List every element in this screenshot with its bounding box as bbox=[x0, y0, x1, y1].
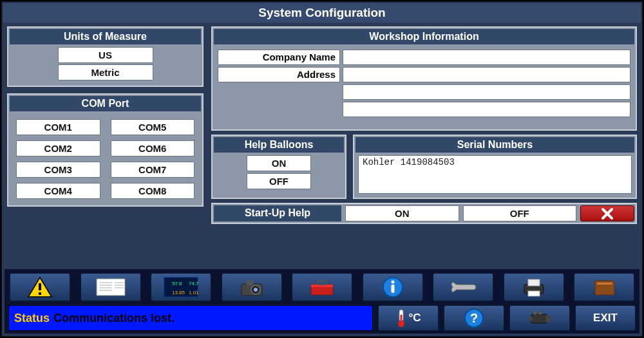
com-port-panel: COM Port COM1 COM5 COM2 COM6 COM3 COM7 C… bbox=[7, 93, 204, 207]
company-name-label: Company Name bbox=[218, 50, 340, 65]
svg-text:?: ? bbox=[470, 311, 478, 325]
warning-icon bbox=[27, 276, 53, 298]
svg-rect-35 bbox=[529, 317, 533, 321]
document-icon bbox=[94, 276, 128, 298]
units-metric-button[interactable]: Metric bbox=[58, 64, 153, 80]
svg-rect-28 bbox=[597, 283, 612, 285]
toolbox-button[interactable] bbox=[292, 273, 352, 301]
toolbox-icon bbox=[308, 278, 336, 296]
wrench-button[interactable] bbox=[433, 273, 493, 301]
startup-on-button[interactable]: ON bbox=[345, 205, 459, 221]
question-icon: ? bbox=[464, 308, 484, 328]
address-label: Address bbox=[218, 67, 340, 82]
printer-icon bbox=[522, 277, 546, 297]
book-button[interactable] bbox=[574, 273, 634, 301]
engine-icon bbox=[527, 309, 552, 327]
units-of-measure-panel: Units of Measure US Metric bbox=[7, 26, 204, 87]
wrench-icon bbox=[449, 279, 477, 295]
startup-off-button[interactable]: OFF bbox=[463, 205, 577, 221]
workshop-header: Workshop Information bbox=[214, 29, 634, 44]
thermometer-icon bbox=[395, 308, 407, 328]
svg-rect-36 bbox=[545, 315, 551, 322]
info-button[interactable] bbox=[363, 273, 423, 301]
com4-button[interactable]: COM4 bbox=[16, 183, 100, 199]
startup-help-panel: Start-Up Help ON OFF bbox=[211, 203, 637, 224]
svg-text:74.7: 74.7 bbox=[189, 281, 199, 286]
com5-button[interactable]: COM5 bbox=[111, 119, 195, 135]
svg-rect-34 bbox=[531, 314, 547, 323]
com1-button[interactable]: COM1 bbox=[16, 119, 100, 135]
svg-rect-27 bbox=[528, 291, 540, 296]
com2-button[interactable]: COM2 bbox=[16, 140, 100, 156]
status-message: Communications lost. bbox=[53, 312, 175, 325]
startup-help-label: Start-Up Help bbox=[214, 205, 341, 221]
temperature-button[interactable]: °C bbox=[378, 305, 439, 331]
gauge-button[interactable]: 57.874.713.851.015 bbox=[151, 273, 211, 301]
com3-button[interactable]: COM3 bbox=[16, 162, 100, 178]
com8-button[interactable]: COM8 bbox=[111, 183, 195, 199]
svg-point-18 bbox=[254, 288, 258, 292]
status-bar: Status Communications lost. bbox=[8, 305, 373, 331]
address-input-3[interactable] bbox=[343, 102, 630, 117]
svg-text:13.85: 13.85 bbox=[172, 290, 185, 296]
book-icon bbox=[592, 278, 616, 296]
svg-rect-2 bbox=[97, 279, 125, 296]
info-icon bbox=[382, 276, 404, 298]
address-input-1[interactable] bbox=[343, 67, 630, 82]
document-button[interactable] bbox=[80, 273, 141, 301]
close-icon bbox=[600, 207, 614, 221]
camera-button[interactable] bbox=[222, 273, 282, 301]
svg-rect-31 bbox=[401, 315, 402, 324]
camera-icon bbox=[239, 277, 265, 297]
com-port-header: COM Port bbox=[10, 96, 201, 111]
units-header: Units of Measure bbox=[10, 29, 201, 44]
temperature-label: °C bbox=[408, 312, 421, 324]
svg-point-38 bbox=[538, 311, 542, 315]
svg-rect-0 bbox=[39, 283, 41, 290]
help-balloons-header: Help Balloons bbox=[214, 137, 344, 153]
bottom-toolbar: 57.874.713.851.015 Status bbox=[5, 269, 639, 333]
exit-button[interactable]: EXIT bbox=[575, 305, 636, 331]
page-title: System Configuration bbox=[3, 3, 641, 23]
printer-button[interactable] bbox=[504, 273, 564, 301]
units-us-button[interactable]: US bbox=[58, 47, 153, 63]
svg-rect-24 bbox=[391, 285, 394, 293]
help-button[interactable]: ? bbox=[444, 305, 504, 331]
svg-rect-26 bbox=[528, 279, 540, 286]
serial-numbers-header: Serial Numbers bbox=[355, 137, 634, 153]
serial-numbers-panel: Serial Numbers Kohler 1419084503 bbox=[353, 135, 637, 199]
company-name-input[interactable] bbox=[343, 50, 630, 65]
svg-rect-1 bbox=[39, 292, 41, 295]
close-button[interactable] bbox=[580, 205, 634, 221]
status-label: Status bbox=[14, 312, 50, 325]
help-balloons-off-button[interactable]: OFF bbox=[247, 173, 311, 189]
com7-button[interactable]: COM7 bbox=[111, 162, 195, 178]
exit-label: EXIT bbox=[593, 312, 618, 324]
svg-text:57.8: 57.8 bbox=[172, 281, 182, 286]
address-input-2[interactable] bbox=[343, 84, 630, 100]
serial-numbers-text: Kohler 1419084503 bbox=[358, 155, 632, 194]
warning-button[interactable] bbox=[10, 273, 70, 301]
svg-point-23 bbox=[391, 281, 394, 284]
engine-button[interactable] bbox=[509, 305, 570, 331]
svg-point-37 bbox=[533, 311, 537, 315]
svg-rect-21 bbox=[317, 281, 327, 285]
help-balloons-on-button[interactable]: ON bbox=[247, 155, 311, 171]
workshop-panel: Workshop Information Company Name Addres… bbox=[211, 26, 637, 131]
help-balloons-panel: Help Balloons ON OFF bbox=[211, 135, 346, 199]
svg-text:1.015: 1.015 bbox=[189, 290, 199, 296]
gauge-icon: 57.874.713.851.015 bbox=[163, 276, 199, 298]
com6-button[interactable]: COM6 bbox=[111, 140, 195, 156]
svg-rect-16 bbox=[247, 280, 253, 285]
